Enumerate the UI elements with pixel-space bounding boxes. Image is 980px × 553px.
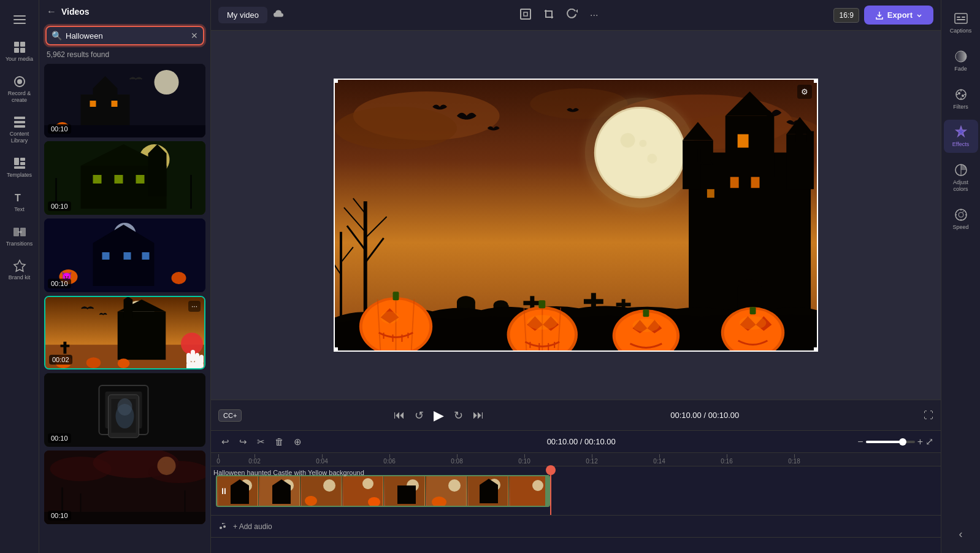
svg-rect-124	[751, 177, 760, 188]
svg-rect-14	[20, 162, 25, 165]
filmstrip-frame-5	[384, 476, 426, 506]
resize-handle-tr[interactable]	[814, 79, 818, 83]
skip-back-button[interactable]: ⏮	[391, 406, 407, 424]
svg-rect-35	[93, 175, 102, 184]
resize-handle-tl[interactable]	[334, 79, 338, 83]
svg-rect-142	[393, 292, 399, 300]
filmstrip-frame-7	[467, 476, 509, 506]
svg-text:T: T	[15, 193, 21, 203]
ruler-mark-2: 0:04	[288, 454, 356, 465]
cloud-save-button[interactable]	[272, 8, 285, 23]
svg-point-192	[448, 479, 461, 492]
zoom-in-button[interactable]: +	[917, 436, 923, 447]
zoom-slider-track[interactable]	[866, 441, 915, 443]
sidebar-item-text[interactable]: T Text	[2, 186, 37, 218]
video-thumbnail-4[interactable]: ···	[44, 296, 205, 369]
right-panel-item-speed[interactable]: Speed	[944, 203, 978, 236]
resize-handle-br[interactable]	[814, 347, 818, 352]
svg-point-90	[335, 107, 457, 150]
ruler-marks: 0 0:02 0:04 0:06 0:08 0:10 0:12 0:14 0:1…	[211, 453, 941, 465]
zoom-slider-thumb[interactable]	[899, 438, 906, 446]
canvas-settings-button[interactable]: ⚙	[797, 85, 812, 99]
ruler-mark-7: 0:14	[626, 454, 693, 465]
captions-toggle[interactable]: CC+	[218, 409, 242, 422]
svg-rect-3	[14, 42, 19, 47]
svg-rect-15	[14, 166, 25, 169]
more-options-button[interactable]: ···	[188, 301, 201, 312]
right-panel-item-effects[interactable]: Effects	[944, 120, 978, 153]
resize-handle-bl[interactable]	[334, 347, 338, 352]
skip-forward-button[interactable]: ⏭	[470, 406, 486, 424]
video-thumbnail-5[interactable]: 00:10	[44, 373, 205, 447]
sidebar-item-brand-kit[interactable]: Brand kit	[2, 254, 37, 286]
captions-panel-label: Captions	[950, 28, 972, 34]
delete-button[interactable]: 🗑	[272, 435, 287, 449]
fullscreen-button[interactable]: ⛶	[924, 410, 933, 421]
ruler-mark-0: 0	[216, 454, 221, 465]
svg-point-199	[532, 480, 543, 491]
filmstrip-frame-3	[301, 476, 342, 506]
crop-button[interactable]	[540, 6, 558, 25]
audio-track: + Add audio	[211, 516, 941, 538]
svg-rect-132	[616, 303, 631, 306]
add-media-button[interactable]: ⊕	[291, 435, 305, 449]
hamburger-menu[interactable]	[0, 6, 39, 33]
play-button[interactable]: ▶	[431, 405, 446, 426]
resize-button[interactable]	[516, 6, 535, 25]
my-video-tab[interactable]: My video	[218, 7, 267, 23]
sidebar-item-record[interactable]: Record &create	[2, 70, 37, 109]
ruler-mark-4: 0:08	[423, 454, 491, 465]
export-label: Export	[887, 10, 913, 20]
svg-point-186	[362, 478, 373, 489]
sidebar-label-content-library: ContentLibrary	[10, 131, 29, 144]
back-button[interactable]: ←	[45, 5, 58, 18]
add-audio-button[interactable]: + Add audio	[233, 522, 272, 531]
svg-rect-47	[93, 243, 155, 286]
transitions-icon	[13, 225, 26, 239]
sidebar-item-your-media[interactable]: Your media	[2, 36, 37, 68]
clip-pause-button[interactable]: ⏸	[220, 486, 228, 496]
search-input[interactable]	[66, 31, 187, 41]
expand-panel-button[interactable]: ‹	[959, 528, 963, 541]
more-options-button[interactable]: ···	[586, 7, 602, 23]
search-clear-button[interactable]: ✕	[191, 31, 198, 41]
video-thumbnail-3[interactable]: 😈 00:10	[44, 218, 205, 292]
rotate-button[interactable]	[563, 6, 581, 25]
svg-rect-128	[584, 299, 603, 304]
sidebar-item-templates[interactable]: Templates	[2, 152, 37, 184]
right-panel-item-fade[interactable]: Fade	[944, 44, 978, 77]
search-bar-wrapper: 🔍 ✕ ◈	[39, 23, 210, 50]
sidebar-item-content-library[interactable]: ContentLibrary	[2, 110, 37, 149]
redo-button[interactable]: ↪	[236, 435, 250, 449]
right-panel-item-filters[interactable]: Filters	[944, 82, 978, 115]
video-thumbnail-6[interactable]: 00:10	[44, 451, 205, 524]
rewind-button[interactable]: ↺	[412, 406, 426, 425]
halloween-scene	[335, 80, 817, 350]
svg-rect-125	[707, 189, 714, 198]
cut-button[interactable]: ✂	[254, 435, 268, 449]
adjust-panel-label: Adjust colors	[946, 179, 976, 193]
sidebar-label-your-media: Your media	[6, 56, 33, 63]
right-panel-item-adjust[interactable]: Adjust colors	[944, 158, 978, 198]
main-area: My video ··· 16:9	[211, 0, 941, 553]
aspect-ratio-badge[interactable]: 16:9	[833, 8, 859, 23]
templates-icon	[13, 157, 26, 170]
sidebar-item-transitions[interactable]: Transitions	[2, 220, 37, 252]
svg-rect-37	[136, 175, 145, 184]
video-thumbnail-2[interactable]: 00:10	[44, 141, 205, 215]
right-panel-item-captions[interactable]: Captions	[944, 6, 978, 39]
video-thumbnail-1[interactable]: 00:10	[44, 64, 205, 137]
time-code-text: 00:10.00 / 00:10.00	[547, 437, 616, 446]
svg-point-99	[639, 140, 646, 147]
playhead[interactable]	[550, 466, 551, 515]
svg-point-214	[955, 209, 967, 220]
forward-button[interactable]: ↻	[451, 406, 465, 425]
zoom-out-button[interactable]: −	[857, 436, 863, 447]
fit-to-window-button[interactable]: ⤢	[925, 436, 933, 447]
svg-rect-50	[124, 252, 131, 260]
video-clip[interactable]: ⏸	[216, 475, 550, 507]
clip-end-handle[interactable]	[545, 476, 549, 506]
zoom-controls: − + ⤢	[857, 436, 933, 447]
export-button[interactable]: Export	[864, 6, 933, 25]
undo-button[interactable]: ↩	[218, 435, 232, 449]
